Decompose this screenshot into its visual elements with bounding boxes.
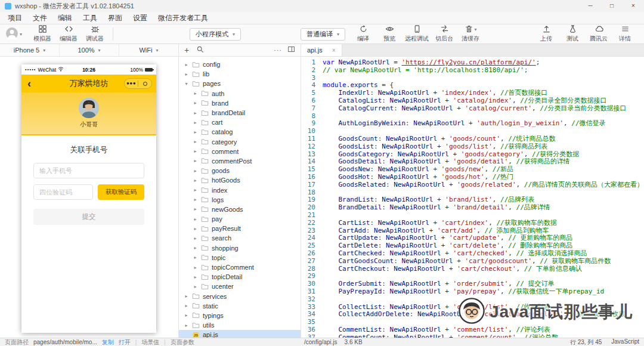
line-number: 36: [301, 326, 323, 334]
submit-button[interactable]: 提交: [33, 209, 144, 225]
split-panel-icon[interactable]: [287, 45, 295, 55]
open-path-button[interactable]: 打开: [119, 338, 131, 346]
tree-item-topic[interactable]: ▸topic: [179, 253, 301, 262]
minimize-button[interactable]: ─: [580, 0, 601, 12]
search-icon[interactable]: [196, 45, 204, 55]
tree-item-label: search: [212, 234, 231, 242]
tree-item-goods[interactable]: ▸goods: [179, 166, 301, 175]
tree-item-hotGoods[interactable]: ▸hotGoods: [179, 175, 301, 185]
chevron-down-icon: ▾: [20, 32, 22, 37]
file-tree-header: + ···: [179, 44, 301, 57]
tree-item-topicComment[interactable]: ▸topicComment: [179, 262, 301, 272]
nav-menu-capsule[interactable]: ●●●: [124, 78, 152, 89]
menu-item-settings[interactable]: 设置: [128, 12, 153, 24]
compile-mode-select[interactable]: 普通编译 ▾: [301, 28, 345, 41]
tree-item-topicDetail[interactable]: ▸topicDetail: [179, 272, 301, 282]
zoom-select[interactable]: 100% ▾: [60, 44, 119, 56]
details-button[interactable]: 详情: [612, 25, 638, 43]
verify-code-input[interactable]: [33, 184, 93, 200]
code-line-20[interactable]: 20 BrandDetail: NewApiRootUrl + 'brand/d…: [301, 204, 644, 212]
clear-cache-button[interactable]: ▾清缓存: [457, 25, 484, 43]
tree-item-logs[interactable]: ▸logs: [179, 195, 301, 205]
code-line-34[interactable]: 34 CollectAddOrDelete: NewApiRootUrl + '…: [301, 311, 644, 319]
js-file-icon: JS: [192, 331, 200, 338]
tree-item-brandDetail[interactable]: ▸brandDetail: [179, 108, 301, 118]
tree-item-commentPost[interactable]: ▸commentPost: [179, 156, 301, 166]
menu-item-devtools[interactable]: 微信开发者工具: [153, 12, 213, 24]
code-line-2[interactable]: 2// var NewApiRootUrl = 'http://localhos…: [301, 67, 644, 75]
maximize-button[interactable]: □: [601, 0, 623, 12]
menu-bar: 项目文件编辑工具界面设置微信开发者工具: [0, 12, 644, 24]
code-line-9[interactable]: 9 AuthLoginByWeixin: NewApiRootUrl + 'au…: [301, 120, 644, 128]
language-mode: JavaScript: [611, 338, 639, 346]
tree-item-payResult[interactable]: ▸payResult: [179, 224, 301, 233]
tree-item-newGoods[interactable]: ▸newGoods: [179, 205, 301, 214]
get-code-button[interactable]: 获取验证码: [98, 184, 144, 200]
debugger-button[interactable]: 调试器: [82, 25, 108, 43]
tree-item-search[interactable]: ▸search: [179, 233, 301, 243]
menu-item-file[interactable]: 文件: [27, 12, 52, 24]
simulator-button[interactable]: 模拟器: [29, 25, 55, 43]
chevron-right-icon: ▸: [184, 323, 189, 328]
page-path-value: pages/auth/mobile/mo...: [33, 339, 97, 345]
close-icon[interactable]: ×: [332, 47, 336, 54]
tree-item-label: pages: [203, 80, 221, 87]
tree-item-auth[interactable]: ▸auth: [179, 89, 301, 98]
compile-button[interactable]: 编译: [350, 25, 376, 43]
code-line-7[interactable]: 7 CatalogCurrent: NewApiRootUrl + 'catal…: [301, 105, 644, 113]
tree-item-pages[interactable]: ▾pages: [179, 79, 301, 88]
zoom-select-value: 100%: [78, 47, 94, 54]
tree-item-pay[interactable]: ▸pay: [179, 214, 301, 224]
tree-item-typings[interactable]: ▸typings: [179, 311, 301, 320]
tab-api-js[interactable]: api.js×: [301, 44, 342, 56]
tree-item-static[interactable]: ▸static: [179, 301, 301, 311]
mode-select[interactable]: 小程序模式 ▾: [190, 28, 241, 41]
code-line-28[interactable]: 28 CartCheckout: NewApiRootUrl + 'cart/c…: [301, 265, 644, 273]
scene-value-label: 场景值: [141, 338, 159, 346]
tree-item-ucenter[interactable]: ▸ucenter: [179, 282, 301, 291]
code-line-17[interactable]: 17 GoodsRelated: NewApiRootUrl + 'goods/…: [301, 181, 644, 189]
tree-item-index[interactable]: ▸index: [179, 185, 301, 194]
tree-item-label: brandDetail: [212, 109, 245, 116]
chevron-down-icon: ▾: [98, 48, 101, 53]
editor-tab-bar: api.js×: [301, 44, 644, 57]
tencent-cloud-button[interactable]: 腾讯云: [586, 25, 612, 43]
code-editor[interactable]: 1var NewApiRootUrl = 'https://fly2you.cn…: [301, 57, 644, 338]
code-text: GoodsRelated: NewApiRootUrl + 'goods/rel…: [323, 181, 643, 189]
remote-debug-button[interactable]: 远程调试: [402, 25, 431, 43]
code-line-31[interactable]: 31 PayPrepayId: NewApiRootUrl + 'pay/pre…: [301, 288, 644, 296]
tree-item-category[interactable]: ▸category: [179, 137, 301, 147]
editor-button[interactable]: 编辑器: [55, 25, 82, 43]
back-button[interactable]: ‹: [27, 76, 31, 91]
add-file-button[interactable]: +: [184, 46, 189, 54]
device-select[interactable]: iPhone 5 ▾: [0, 44, 60, 56]
tree-item-utils[interactable]: ▸utils: [179, 320, 301, 330]
folder-icon: [201, 109, 209, 117]
menu-item-edit[interactable]: 编辑: [52, 12, 78, 24]
phone-number-input[interactable]: [33, 163, 144, 178]
menu-item-project[interactable]: 项目: [2, 12, 27, 24]
menu-item-interface[interactable]: 界面: [103, 12, 128, 24]
more-options-icon[interactable]: ···: [274, 47, 282, 54]
tree-item-cart[interactable]: ▸cart: [179, 118, 301, 127]
menu-item-tools[interactable]: 工具: [78, 12, 103, 24]
background-button[interactable]: 切后台: [431, 25, 457, 43]
tree-item-lib[interactable]: ▸lib: [179, 69, 301, 79]
tree-item-brand[interactable]: ▸brand: [179, 98, 301, 108]
tree-item-api-js[interactable]: JSapi.js: [179, 330, 301, 338]
network-select[interactable]: WiFi ▾: [119, 44, 178, 56]
tree-item-shopping[interactable]: ▸shopping: [179, 243, 301, 253]
tree-item-services[interactable]: ▸services: [179, 292, 301, 301]
copy-path-button[interactable]: 复制: [102, 338, 114, 346]
close-button[interactable]: ×: [623, 0, 644, 12]
test-button[interactable]: 测试: [559, 25, 586, 43]
tree-item-label: brand: [212, 100, 228, 107]
debugger-icon: [91, 24, 100, 35]
tree-item-config[interactable]: ▸config: [179, 60, 301, 69]
tree-item-comment[interactable]: ▸comment: [179, 147, 301, 156]
preview-button[interactable]: 预览: [376, 25, 402, 43]
tree-item-catalog[interactable]: ▸catalog: [179, 127, 301, 137]
chevron-right-icon: ▸: [193, 284, 198, 289]
account-avatar[interactable]: ▾: [6, 27, 22, 41]
upload-button[interactable]: 上传: [533, 25, 559, 43]
